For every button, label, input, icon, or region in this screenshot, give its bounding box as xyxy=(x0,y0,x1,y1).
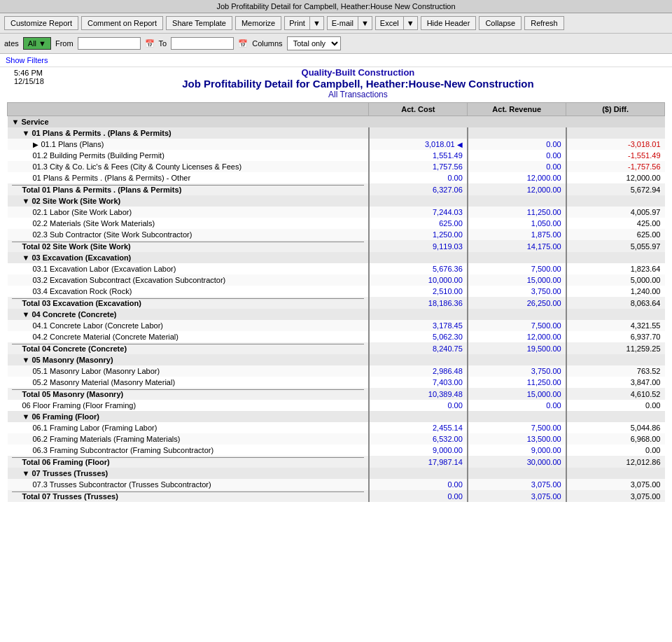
diff-cell: 763.52 xyxy=(566,365,665,377)
act-cost-cell: 2,510.00 xyxy=(369,286,468,297)
service-cell: 02.1 Labor (Site Work Labor) xyxy=(8,207,369,218)
print-arrow[interactable]: ▼ xyxy=(310,16,324,30)
service-cell: ▶01.1 Plans (Plans) xyxy=(8,139,369,150)
act-cost-cell: 2,455.14 xyxy=(369,422,468,433)
act-revenue-value: 0.00 xyxy=(546,140,561,148)
table-body: ▼ Service▼ 01 Plans & Permits . (Plans &… xyxy=(8,116,665,503)
act-cost-value: 9,000.00 xyxy=(433,446,463,454)
table-row: ▼ 02 Site Work (Site Work) xyxy=(8,195,665,207)
collapse-button[interactable]: Collapse xyxy=(479,16,522,30)
col-header-service xyxy=(8,103,369,116)
act-revenue-value: 7,500.00 xyxy=(531,424,561,432)
to-input[interactable] xyxy=(171,37,234,50)
hide-header-button[interactable]: Hide Header xyxy=(421,16,477,30)
act-revenue-cell: 7,500.00 xyxy=(468,263,566,274)
act-revenue-value: 12,000.00 xyxy=(527,174,561,182)
total-label: Total 05 Masonry (Masonry) xyxy=(12,389,364,398)
columns-select[interactable]: Total only xyxy=(287,36,341,50)
data-label: 03.1 Excavation Labor (Excavation Labor) xyxy=(12,265,176,273)
title-bar-text: Job Profitability Detail for Campbell, H… xyxy=(216,2,455,11)
excel-button[interactable]: Excel xyxy=(375,16,404,30)
diff-value: 8,063.64 xyxy=(631,299,661,307)
act-cost-value: 7,403.00 xyxy=(433,378,463,386)
service-cell: 02.2 Materials (Site Work Materials) xyxy=(8,218,369,229)
service-cell: ▼ 04 Concrete (Concrete) xyxy=(8,309,369,320)
act-cost-cell: 1,757.56 xyxy=(369,161,468,172)
total-label: Total 01 Plans & Permits . (Plans & Perm… xyxy=(12,185,364,194)
from-label: From xyxy=(55,39,74,48)
table-row: 06.3 Framing Subcontractor (Framing Subc… xyxy=(8,445,665,456)
share-template-button[interactable]: Share Template xyxy=(166,16,232,30)
diff-cell: 5,672.94 xyxy=(566,183,665,195)
from-calendar-icon[interactable]: 📅 xyxy=(145,39,155,48)
table-row: 03.2 Excavation Subcontract (Excavation … xyxy=(8,274,665,286)
diff-cell xyxy=(566,127,665,139)
memorize-button[interactable]: Memorize xyxy=(235,16,281,30)
act-revenue-cell: 0.00 xyxy=(468,161,566,172)
act-revenue-value: 1,875.00 xyxy=(531,230,561,239)
diff-value: -1,757.56 xyxy=(628,162,660,171)
diff-value: 4,005.97 xyxy=(631,208,661,216)
act-revenue-value: 3,750.00 xyxy=(531,367,561,375)
dates-value: All xyxy=(28,39,36,48)
act-revenue-value: 14,175.00 xyxy=(527,242,561,251)
cost-arrow-icon: ◀ xyxy=(457,141,463,148)
act-cost-value: 6,532.00 xyxy=(433,435,463,443)
report-header-area: 5:46 PM 12/15/18 Quality-Built Construct… xyxy=(7,67,665,99)
from-input[interactable] xyxy=(78,37,141,50)
refresh-button[interactable]: Refresh xyxy=(524,16,564,30)
to-calendar-icon[interactable]: 📅 xyxy=(238,39,248,48)
customize-report-button[interactable]: Customize Report xyxy=(4,16,78,30)
dates-label: ates xyxy=(4,39,19,48)
act-revenue-cell: 0.00 xyxy=(468,139,566,150)
excel-arrow[interactable]: ▼ xyxy=(404,16,418,30)
act-cost-value: 1,757.56 xyxy=(433,162,463,171)
dates-dropdown-icon[interactable]: ▼ xyxy=(38,39,46,48)
section-label: ▼ Service xyxy=(12,118,49,126)
report-wrapper: 5:46 PM 12/15/18 Quality-Built Construct… xyxy=(0,67,672,509)
act-cost-cell: 1,551.49 xyxy=(369,150,468,161)
diff-value: 5,672.94 xyxy=(631,186,661,194)
diff-value: -1,551.49 xyxy=(628,151,660,160)
diff-value: 5,044.86 xyxy=(631,424,661,432)
columns-label: Columns xyxy=(252,39,282,48)
report-company: Quality-Built Construction xyxy=(51,67,665,78)
report-title: Job Profitability Detail for Campbell, H… xyxy=(51,78,665,90)
data-label: ▶01.1 Plans (Plans) xyxy=(12,140,104,148)
email-arrow[interactable]: ▼ xyxy=(358,16,372,30)
report-header-center: Quality-Built Construction Job Profitabi… xyxy=(51,67,665,99)
act-revenue-cell xyxy=(468,468,566,479)
act-revenue-cell: 7,500.00 xyxy=(468,320,566,331)
diff-cell: 625.00 xyxy=(566,229,665,240)
act-revenue-value: 3,750.00 xyxy=(531,287,561,295)
col-header-act-revenue: Act. Revenue xyxy=(468,103,566,116)
diff-value: 0.00 xyxy=(645,401,660,410)
act-cost-cell xyxy=(369,411,468,422)
service-cell: Total 05 Masonry (Masonry) xyxy=(8,388,369,400)
act-cost-value: 8,240.75 xyxy=(433,344,463,353)
act-revenue-cell: 13,500.00 xyxy=(468,433,566,445)
diff-cell: 0.00 xyxy=(566,445,665,456)
act-cost-value: 2,510.00 xyxy=(433,287,463,295)
act-revenue-cell: 1,050.00 xyxy=(468,218,566,229)
report-time-date: 5:46 PM 12/15/18 xyxy=(7,67,51,87)
data-label: 02.2 Materials (Site Work Materials) xyxy=(12,219,155,228)
table-row: 02.3 Sub Contractor (Site Work Subcontra… xyxy=(8,229,665,240)
service-cell: ▼ 01 Plans & Permits . (Plans & Permits) xyxy=(8,127,369,139)
diff-cell: 0.00 xyxy=(566,400,665,411)
diff-cell: 1,823.64 xyxy=(566,263,665,274)
table-row: 03.4 Excavation Rock (Rock)2,510.003,750… xyxy=(8,286,665,297)
act-cost-value: 18,186.36 xyxy=(428,299,463,307)
comment-on-report-button[interactable]: Comment on Report xyxy=(81,16,163,30)
email-button[interactable]: E-mail xyxy=(327,16,358,30)
diff-value: 5,000.00 xyxy=(631,276,661,284)
filter-bar: ates All ▼ From 📅 To 📅 Columns Total onl… xyxy=(0,34,672,54)
expand-arrow-icon[interactable]: ▶ xyxy=(33,141,38,148)
print-button[interactable]: Print xyxy=(284,16,310,30)
service-cell: 02.3 Sub Contractor (Site Work Subcontra… xyxy=(8,229,369,240)
act-cost-cell xyxy=(369,468,468,479)
data-label: 02.3 Sub Contractor (Site Work Subcontra… xyxy=(12,230,192,239)
act-cost-cell: 0.00 xyxy=(369,400,468,411)
show-filters-link[interactable]: Show Filters xyxy=(0,54,672,67)
act-revenue-cell: 11,250.00 xyxy=(468,377,566,388)
